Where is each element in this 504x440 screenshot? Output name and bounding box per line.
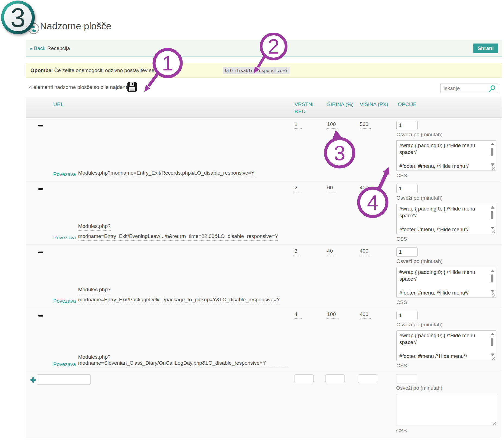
url-value[interactable]: modname=Entry_Exit/EveningLeav/.../n&ret…	[78, 233, 278, 241]
povezava-link[interactable]: Povezava	[53, 235, 76, 241]
height-value[interactable]: 400	[360, 185, 371, 192]
width-value[interactable]: 100	[327, 311, 338, 319]
scrollbar-thumb[interactable]	[491, 338, 493, 346]
column-header-options[interactable]: OPCIJE	[395, 97, 502, 117]
scrollbar-up-arrow[interactable]	[491, 333, 494, 335]
save-button[interactable]: Shrani	[473, 44, 498, 53]
order-cell: 4	[292, 308, 324, 371]
new-css-textarea[interactable]	[396, 394, 497, 426]
table-row: Povezava Modules.php?modname=Entry_Exit/…	[26, 244, 502, 308]
css-content[interactable]: #wrap { padding:0; } /*Hide menu space*/…	[397, 331, 496, 361]
css-label: CSS	[396, 428, 498, 434]
url-value[interactable]: Modules.php?modname=Slovenian_Class_Diar…	[78, 354, 289, 367]
url-cell: Povezava Modules.php?modname=Entry_Exit/…	[46, 118, 292, 181]
refresh-label: Osveži po (minutah)	[396, 385, 498, 391]
url-cell: Povezava Modules.php?modname=Slovenian_C…	[46, 308, 292, 371]
url-value[interactable]: modname=Entry_Exit/PackageDeli/.../packa…	[78, 297, 280, 304]
scrollbar-up-arrow[interactable]	[491, 269, 494, 272]
url-value[interactable]: Modules.php?modname=Entry_Exit/Records.p…	[78, 170, 255, 177]
scrollbar-up-arrow[interactable]	[491, 206, 494, 209]
scrollbar-down-arrow[interactable]	[491, 227, 494, 229]
order-value[interactable]: 2	[295, 185, 302, 192]
width-value[interactable]: 40	[327, 248, 335, 255]
options-cell: Osveži po (minutah) #wrap { padding:0; }…	[395, 118, 502, 181]
scrollbar-up-arrow[interactable]	[491, 143, 494, 145]
scrollbar-down-arrow[interactable]	[491, 354, 494, 356]
resize-grip[interactable]	[493, 422, 496, 425]
order-value[interactable]: 1	[295, 121, 302, 129]
remove-row-minus-icon[interactable]	[38, 252, 43, 253]
css-content[interactable]: #wrap { padding:0; } /*Hide menu space*/…	[397, 204, 496, 234]
new-height-input[interactable]	[358, 374, 377, 383]
column-header-height[interactable]: VIŠINA (PX)	[357, 97, 395, 117]
search-input[interactable]	[443, 84, 487, 93]
back-link[interactable]: « Back	[30, 45, 45, 51]
column-header-url[interactable]: URL	[46, 97, 292, 117]
note-label: Opomba	[30, 67, 51, 73]
resize-grip[interactable]	[492, 230, 495, 233]
scrollbar-down-arrow[interactable]	[491, 290, 494, 293]
css-textarea[interactable]: #wrap { padding:0; } /*Hide menu space*/…	[396, 330, 496, 361]
floppy-disk-icon[interactable]	[127, 82, 137, 92]
options-cell: Osveži po (minutah) #wrap { padding:0; }…	[395, 308, 502, 371]
remove-row-minus-icon[interactable]	[38, 188, 43, 190]
order-cell: 1	[292, 118, 324, 181]
css-textarea[interactable]: #wrap { padding:0; } /*Hide menu space*/…	[396, 140, 496, 171]
refresh-label: Osveži po (minutah)	[396, 258, 500, 264]
search-icon[interactable]	[489, 85, 496, 92]
note-text: Opomba: Če želite onemogočiti odzivno po…	[30, 67, 177, 73]
column-header-order[interactable]: VRSTNI RED	[292, 97, 324, 117]
url-text: Modules.php?modname=Entry_Exit/EveningLe…	[78, 223, 289, 241]
remove-cell	[26, 308, 46, 371]
css-label: CSS	[396, 173, 500, 179]
scrollbar-thumb[interactable]	[491, 274, 493, 283]
refresh-input[interactable]	[396, 247, 418, 257]
add-row: Osveži po (minutah) CSS	[26, 371, 502, 438]
url-value[interactable]: Modules.php?	[78, 287, 110, 294]
results-summary: 4 elementi nadzorne plošče so bile najde…	[29, 84, 130, 90]
url-cell: Povezava Modules.php?modname=Entry_Exit/…	[46, 181, 292, 244]
scrollbar-down-arrow[interactable]	[491, 163, 494, 166]
height-cell: 500	[357, 118, 395, 181]
css-textarea[interactable]: #wrap { padding:0; } /*Hide menu space*/…	[396, 204, 496, 234]
dashboard-table: URL VRSTNI RED ŠIRINA (%) VIŠINA (PX) OP…	[26, 97, 502, 438]
remove-row-minus-icon[interactable]	[38, 315, 43, 317]
width-value[interactable]: 100	[327, 121, 338, 129]
add-row-plus-icon[interactable]	[30, 377, 36, 383]
column-header-width[interactable]: ŠIRINA (%)	[324, 97, 357, 117]
table-header-row: URL VRSTNI RED ŠIRINA (%) VIŠINA (PX) OP…	[26, 97, 502, 118]
height-value[interactable]: 500	[360, 121, 371, 129]
new-url-input[interactable]	[37, 374, 91, 385]
note-banner: Opomba: Če želite onemogočiti odzivno po…	[26, 63, 502, 78]
width-value[interactable]: 60	[327, 185, 335, 192]
scrollbar-thumb[interactable]	[491, 211, 493, 219]
new-refresh-input[interactable]	[396, 374, 417, 383]
new-width-input[interactable]	[325, 374, 345, 383]
order-value[interactable]: 3	[295, 248, 302, 255]
resize-grip[interactable]	[492, 357, 495, 360]
new-order-input[interactable]	[295, 374, 314, 383]
height-value[interactable]: 400	[360, 248, 371, 255]
css-content[interactable]: #wrap { padding:0; } /*Hide menu space*/…	[397, 267, 496, 297]
povezava-link[interactable]: Povezava	[53, 171, 76, 177]
height-value[interactable]: 400	[360, 311, 371, 319]
css-textarea[interactable]: #wrap { padding:0; } /*Hide menu space*/…	[396, 267, 496, 298]
width-cell: 40	[324, 244, 357, 308]
refresh-input[interactable]	[396, 184, 418, 193]
height-cell: 400	[357, 308, 395, 371]
table-row: Povezava Modules.php?modname=Entry_Exit/…	[26, 181, 502, 244]
css-content[interactable]: #wrap { padding:0; } /*Hide menu space*/…	[397, 141, 496, 171]
scrollbar-thumb[interactable]	[491, 148, 493, 156]
resize-grip[interactable]	[492, 293, 495, 297]
resize-grip[interactable]	[492, 167, 495, 170]
css-label: CSS	[396, 236, 500, 242]
refresh-input[interactable]	[396, 311, 418, 320]
page-title: Nadzorne plošče	[40, 21, 111, 32]
refresh-input[interactable]	[396, 121, 418, 130]
povezava-link[interactable]: Povezava	[53, 298, 76, 304]
remove-row-minus-icon[interactable]	[38, 125, 43, 126]
url-text: Modules.php?modname=Entry_Exit/Records.p…	[78, 170, 255, 177]
povezava-link[interactable]: Povezava	[53, 361, 76, 367]
order-value[interactable]: 4	[295, 311, 302, 319]
url-value[interactable]: Modules.php?	[78, 223, 110, 231]
